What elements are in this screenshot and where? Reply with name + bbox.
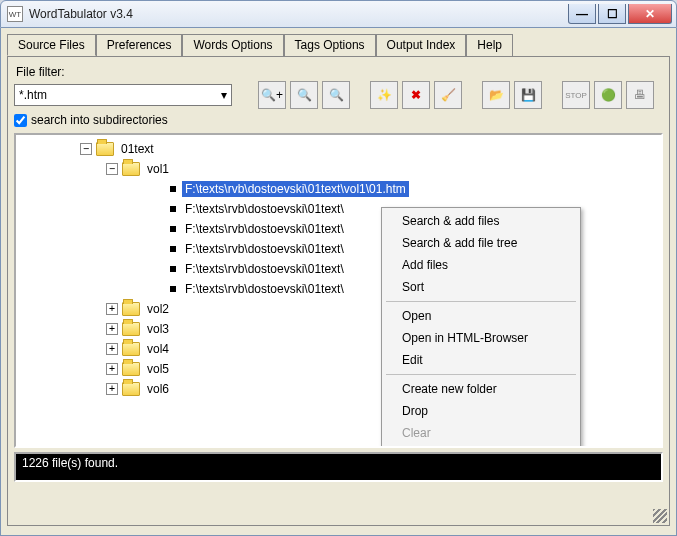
expander-icon[interactable]: − bbox=[80, 143, 92, 155]
file-tree[interactable]: − 01text − vol1 F:\texts\rvb\dostoevski\… bbox=[14, 133, 663, 448]
tab-label: Words Options bbox=[193, 38, 272, 52]
broom-icon: 🧹 bbox=[441, 88, 456, 102]
tree-node-label: vol2 bbox=[144, 301, 172, 317]
folder-icon bbox=[122, 362, 140, 376]
file-bullet-icon bbox=[170, 226, 176, 232]
expander-icon[interactable]: + bbox=[106, 383, 118, 395]
tree-node-label: F:\texts\rvb\dostoevski\01text\ bbox=[182, 221, 347, 237]
file-filter-label: File filter: bbox=[16, 65, 663, 79]
minimize-icon: — bbox=[576, 7, 588, 21]
search-add-tree-button[interactable]: 🔍 bbox=[290, 81, 318, 109]
minimize-button[interactable]: — bbox=[568, 4, 596, 24]
ctx-sort[interactable]: Sort bbox=[384, 276, 578, 298]
ctx-add-files[interactable]: Add files bbox=[384, 254, 578, 276]
file-bullet-icon bbox=[170, 266, 176, 272]
search-subdirs-label: search into subdirectories bbox=[31, 113, 168, 127]
maximize-button[interactable]: ☐ bbox=[598, 4, 626, 24]
expander-icon[interactable]: + bbox=[106, 363, 118, 375]
search-all-button[interactable]: 🔍 bbox=[322, 81, 350, 109]
window-title: WordTabulator v3.4 bbox=[29, 7, 566, 21]
tab-label: Output Index bbox=[387, 38, 456, 52]
file-filter-value: *.htm bbox=[19, 88, 47, 102]
expander-icon[interactable]: + bbox=[106, 343, 118, 355]
new-folder-button[interactable]: ✨ bbox=[370, 81, 398, 109]
ctx-clear: Clear bbox=[384, 422, 578, 444]
expander-icon[interactable]: + bbox=[106, 323, 118, 335]
stop-button[interactable]: STOP bbox=[562, 81, 590, 109]
file-bullet-icon bbox=[170, 186, 176, 192]
folder-icon bbox=[96, 142, 114, 156]
search-plus-icon: 🔍+ bbox=[261, 88, 283, 102]
go-button[interactable]: 🟢 bbox=[594, 81, 622, 109]
tab-source-files[interactable]: Source Files bbox=[7, 34, 96, 56]
search-tree-icon: 🔍 bbox=[297, 88, 312, 102]
save-icon: 💾 bbox=[521, 88, 536, 102]
resize-grip[interactable] bbox=[653, 509, 667, 523]
tree-node-label: F:\texts\rvb\dostoevski\01text\ bbox=[182, 281, 347, 297]
close-button[interactable]: ✕ bbox=[628, 4, 672, 24]
go-icon: 🟢 bbox=[601, 88, 616, 102]
ctx-separator bbox=[386, 301, 576, 302]
delete-button[interactable]: ✖ bbox=[402, 81, 430, 109]
ctx-edit[interactable]: Edit bbox=[384, 349, 578, 371]
tree-node-label: vol5 bbox=[144, 361, 172, 377]
file-filter-dropdown[interactable]: *.htm ▾ bbox=[14, 84, 232, 106]
tab-preferences[interactable]: Preferences bbox=[96, 34, 183, 56]
ctx-search-add-file-tree[interactable]: Search & add file tree bbox=[384, 232, 578, 254]
file-bullet-icon bbox=[170, 206, 176, 212]
tree-node-label: F:\texts\rvb\dostoevski\01text\ bbox=[182, 241, 347, 257]
search-add-files-button[interactable]: 🔍+ bbox=[258, 81, 286, 109]
tab-tags-options[interactable]: Tags Options bbox=[284, 34, 376, 56]
tab-label: Help bbox=[477, 38, 502, 52]
file-bullet-icon bbox=[170, 246, 176, 252]
ctx-create-new-folder[interactable]: Create new folder bbox=[384, 378, 578, 400]
save-button[interactable]: 💾 bbox=[514, 81, 542, 109]
search-subdirs-checkbox[interactable] bbox=[14, 114, 27, 127]
filter-toolbar-row: *.htm ▾ 🔍+ 🔍 🔍 ✨ ✖ 🧹 📂 💾 STOP 🟢 🖶 bbox=[14, 81, 663, 109]
close-icon: ✕ bbox=[645, 7, 655, 21]
ctx-separator bbox=[386, 374, 576, 375]
tree-node-label: vol3 bbox=[144, 321, 172, 337]
tree-node-label: vol1 bbox=[144, 161, 172, 177]
ctx-open-html-browser[interactable]: Open in HTML-Browser bbox=[384, 327, 578, 349]
tab-panel: File filter: *.htm ▾ 🔍+ 🔍 🔍 ✨ ✖ 🧹 📂 💾 ST… bbox=[7, 56, 670, 526]
ctx-open[interactable]: Open bbox=[384, 305, 578, 327]
chevron-down-icon: ▾ bbox=[221, 88, 227, 102]
tree-node-label: 01text bbox=[118, 141, 157, 157]
window-buttons: — ☐ ✕ bbox=[566, 4, 672, 24]
tree-node-label: vol6 bbox=[144, 381, 172, 397]
client-area: Source Files Preferences Words Options T… bbox=[0, 28, 677, 536]
app-icon: WT bbox=[7, 6, 23, 22]
sparkle-icon: ✨ bbox=[377, 88, 392, 102]
expander-icon[interactable]: − bbox=[106, 163, 118, 175]
tree-folder-vol1[interactable]: − vol1 bbox=[16, 159, 661, 179]
subdir-row: search into subdirectories bbox=[14, 113, 663, 127]
ctx-drop[interactable]: Drop bbox=[384, 400, 578, 422]
tree-node-label: F:\texts\rvb\dostoevski\01text\ bbox=[182, 261, 347, 277]
tab-words-options[interactable]: Words Options bbox=[182, 34, 283, 56]
toolbar: 🔍+ 🔍 🔍 ✨ ✖ 🧹 📂 💾 STOP 🟢 🖶 bbox=[242, 81, 654, 109]
print-icon: 🖶 bbox=[634, 88, 646, 102]
open-button[interactable]: 📂 bbox=[482, 81, 510, 109]
tab-help[interactable]: Help bbox=[466, 34, 513, 56]
tab-output-index[interactable]: Output Index bbox=[376, 34, 467, 56]
print-button[interactable]: 🖶 bbox=[626, 81, 654, 109]
file-bullet-icon bbox=[170, 286, 176, 292]
tree-node-label: F:\texts\rvb\dostoevski\01text\ bbox=[182, 201, 347, 217]
expander-icon[interactable]: + bbox=[106, 303, 118, 315]
ctx-rename: Rename bbox=[384, 444, 578, 448]
status-bar: 1226 file(s) found. bbox=[14, 452, 663, 482]
tab-label: Preferences bbox=[107, 38, 172, 52]
ctx-search-add-files[interactable]: Search & add files bbox=[384, 210, 578, 232]
folder-icon bbox=[122, 342, 140, 356]
tree-file-item[interactable]: F:\texts\rvb\dostoevski\01text\vol1\01.h… bbox=[16, 179, 661, 199]
tabs-row: Source Files Preferences Words Options T… bbox=[3, 30, 674, 56]
folder-icon bbox=[122, 382, 140, 396]
status-text: 1226 file(s) found. bbox=[22, 456, 118, 470]
tree-folder-01text[interactable]: − 01text bbox=[16, 139, 661, 159]
tab-label: Source Files bbox=[18, 38, 85, 52]
sweep-button[interactable]: 🧹 bbox=[434, 81, 462, 109]
folder-icon bbox=[122, 162, 140, 176]
tree-node-label: vol4 bbox=[144, 341, 172, 357]
delete-icon: ✖ bbox=[411, 88, 421, 102]
